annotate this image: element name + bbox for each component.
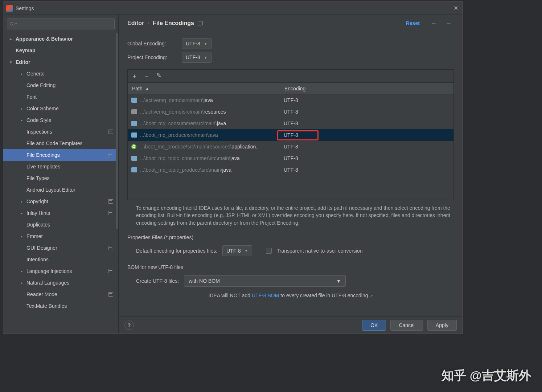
sidebar-item-file-and-code-templates[interactable]: ▸File and Code Templates [3, 138, 118, 149]
sidebar-item-duplicates[interactable]: ▸Duplicates [3, 219, 118, 230]
sidebar-scrollbar[interactable] [116, 33, 118, 229]
close-button[interactable]: ✕ [452, 4, 460, 12]
project-encoding-value: UTF-8 [186, 54, 200, 60]
remove-button[interactable]: － [144, 72, 149, 80]
properties-encoding-combo[interactable]: UTF-8 ▼ [222, 245, 252, 256]
sidebar-item-inlay-hints[interactable]: ▸Inlay Hints [3, 207, 118, 219]
transparent-label[interactable]: Transparent native-to-ascii conversion [277, 248, 363, 254]
add-button[interactable]: ＋ [131, 72, 137, 80]
settings-search[interactable]: ▾ [7, 19, 115, 29]
breadcrumb-current: File Encodings [153, 20, 194, 26]
path-text: ...\boot_mq_topic_consummer\src\main\jav… [140, 155, 240, 161]
sidebar-item-copyright[interactable]: ▸Copyright [3, 196, 118, 207]
sidebar-item-textmate-bundles[interactable]: ▸TextMate Bundles [3, 300, 118, 312]
sidebar-item-emmet[interactable]: ▸Emmet [3, 230, 118, 242]
utf8-bom-link[interactable]: UTF-8 BOM [252, 293, 279, 298]
sidebar-item-color-scheme[interactable]: ▸Color Scheme [3, 103, 118, 114]
dropdown-icon: ▼ [204, 42, 208, 46]
project-encoding-combo[interactable]: UTF-8 ▼ [182, 52, 212, 63]
settings-tree[interactable]: ▸Appearance & Behavior▸Keymap▾Editor▸Gen… [3, 33, 118, 334]
table-row[interactable]: ...\boot_mq_consummer\src\main\javaUTF-8 [128, 118, 453, 129]
settings-dialog: Settings ✕ ▾ ▸Appearance & Behavior▸Keym… [3, 1, 463, 334]
sidebar-item-font[interactable]: ▸Font [3, 91, 118, 103]
sidebar-item-label: Code Style [26, 117, 51, 123]
sidebar-item-label: Color Scheme [26, 106, 59, 111]
column-encoding[interactable]: Encoding [280, 86, 453, 91]
breadcrumb-parent[interactable]: Editor [127, 20, 144, 26]
encoding-cell[interactable]: UTF-8 [280, 155, 453, 161]
spring-icon [131, 144, 136, 149]
encoding-cell[interactable]: UTF-8 [280, 167, 453, 173]
chevron-right-icon: › [148, 21, 149, 26]
folder-icon [131, 132, 137, 138]
sidebar-item-label: General [26, 71, 45, 77]
help-button[interactable]: ? [124, 320, 134, 330]
sidebar-item-intentions[interactable]: ▸Intentions [3, 254, 118, 265]
sort-asc-icon: ▲ [145, 86, 149, 90]
background-strip [0, 0, 3, 392]
sidebar-item-code-editing[interactable]: ▸Code Editing [3, 79, 118, 91]
encoding-cell[interactable]: UTF-8 [280, 109, 453, 115]
sidebar-item-file-types[interactable]: ▸File Types [3, 172, 118, 184]
encodings-table: ＋ － ✎ Path ▲ Encoding ...\activemq_demo\… [127, 69, 454, 200]
help-text: To change encoding IntelliJ IDEA uses fo… [136, 204, 451, 226]
sidebar-item-keymap[interactable]: ▸Keymap [3, 45, 118, 56]
ok-button[interactable]: OK [362, 320, 386, 331]
column-path[interactable]: Path ▲ [128, 86, 280, 91]
sidebar-item-label: Inlay Hints [26, 210, 50, 216]
search-input[interactable] [19, 21, 112, 27]
sidebar-item-language-injections[interactable]: ▸Language Injections [3, 265, 118, 277]
nav-back-button[interactable]: ← [428, 20, 439, 27]
project-scope-icon [108, 292, 113, 297]
sidebar-item-label: Code Editing [26, 82, 56, 88]
dropdown-icon: ▼ [245, 249, 248, 253]
sidebar-item-android-layout-editor[interactable]: ▸Android Layout Editor [3, 184, 118, 196]
table-row[interactable]: ...\activemq_demo\src\main\javaUTF-8 [128, 94, 453, 106]
sidebar-item-general[interactable]: ▸General [3, 68, 118, 79]
settings-sidebar: ▾ ▸Appearance & Behavior▸Keymap▾Editor▸G… [3, 15, 119, 334]
edit-button[interactable]: ✎ [156, 72, 162, 80]
reset-button[interactable]: Reset [406, 20, 420, 26]
project-encoding-label: Project Encoding: [127, 54, 182, 60]
apply-button[interactable]: Apply [427, 320, 457, 331]
properties-encoding-value: UTF-8 [226, 248, 241, 254]
sidebar-item-code-style[interactable]: ▸Code Style [3, 114, 118, 126]
search-history-icon: ▾ [15, 22, 17, 26]
folder-icon [131, 121, 137, 126]
sidebar-item-natural-languages[interactable]: ▸Natural Languages [3, 277, 118, 289]
sidebar-item-live-templates[interactable]: ▸Live Templates [3, 161, 118, 172]
sidebar-item-gui-designer[interactable]: ▸GUI Designer [3, 242, 118, 254]
table-row[interactable]: ...\boot_mq_produce\src\main\resources\a… [128, 141, 453, 152]
table-row[interactable]: ...\boot_mq_topic_produce\src\main\javaU… [128, 164, 453, 176]
sidebar-item-inspections[interactable]: ▸Inspections [3, 126, 118, 138]
global-encoding-combo[interactable]: UTF-8 ▼ [182, 38, 212, 49]
transparent-checkbox[interactable] [266, 248, 272, 254]
watermark-text: 知乎 @吉艾斯外 [442, 367, 531, 384]
properties-default-row: Default encoding for properties files: U… [127, 245, 454, 256]
table-row[interactable]: ...\boot_mq_produce\src\main\javaUTF-8 [128, 129, 453, 141]
nav-forward-button[interactable]: → [443, 20, 454, 27]
encoding-cell[interactable]: UTF-8 [280, 132, 453, 138]
external-link-icon: ↗ [370, 294, 373, 298]
sidebar-item-label: Intentions [26, 257, 49, 262]
table-row[interactable]: ...\activemq_demo\src\main\resourcesUTF-… [128, 106, 453, 118]
dialog-footer: ? OK Cancel Apply [119, 316, 463, 334]
bom-select[interactable]: with NO BOM ▼ [184, 275, 346, 287]
bom-row: Create UTF-8 files: with NO BOM ▼ [127, 275, 454, 287]
encoding-cell[interactable]: UTF-8 [280, 144, 453, 150]
project-scope-icon [108, 199, 113, 204]
sidebar-item-label: Live Templates [26, 164, 60, 170]
titlebar: Settings ✕ [3, 2, 463, 15]
bom-note: IDEA will NOT add UTF-8 BOM to every cre… [127, 293, 454, 298]
sidebar-item-reader-mode[interactable]: ▸Reader Mode [3, 289, 118, 300]
sidebar-item-appearance-behavior[interactable]: ▸Appearance & Behavior [3, 33, 118, 45]
sidebar-item-label: Emmet [26, 233, 42, 239]
cancel-button[interactable]: Cancel [390, 320, 423, 331]
sidebar-item-editor[interactable]: ▾Editor [3, 56, 118, 68]
encoding-cell[interactable]: UTF-8 [280, 97, 453, 103]
bom-section-label: BOM for new UTF-8 files [127, 264, 454, 270]
encoding-cell[interactable]: UTF-8 [280, 121, 453, 126]
table-row[interactable]: ...\boot_mq_topic_consummer\src\main\jav… [128, 152, 453, 164]
sidebar-item-label: File and Code Templates [26, 140, 83, 146]
sidebar-item-file-encodings[interactable]: ▸File Encodings [3, 149, 118, 161]
